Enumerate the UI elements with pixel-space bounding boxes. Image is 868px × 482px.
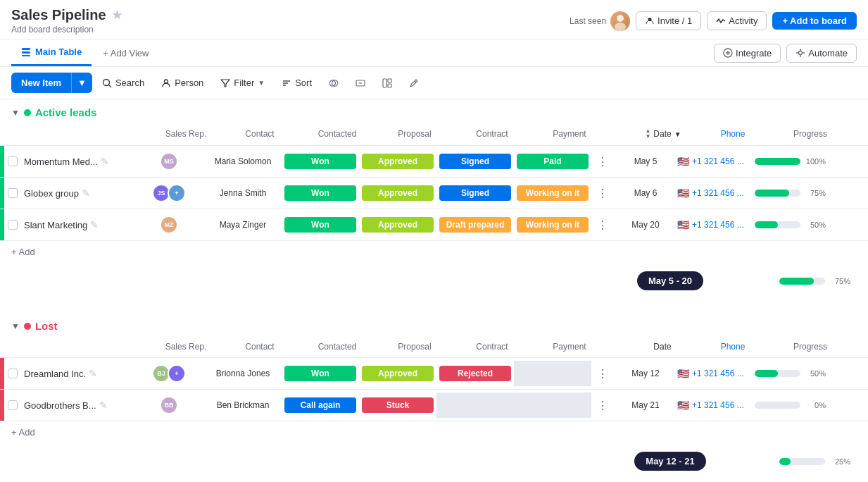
cell-contract-1[interactable]: Signed (436, 151, 514, 172)
group-active-chevron[interactable]: ▼ (11, 108, 20, 118)
filter-button[interactable]: Filter ▼ (213, 73, 272, 92)
date-dropdown-icon[interactable]: ▼ (674, 130, 681, 138)
row-checkbox-5[interactable] (4, 400, 21, 410)
cell-payment-1[interactable]: Paid (514, 151, 591, 172)
new-item-caret[interactable]: ▼ (71, 73, 92, 93)
col-headers-active: Sales Rep. Contact Contacted Proposal Co… (0, 123, 868, 146)
cell-phone-5[interactable]: 🇺🇸 +1 321 456 ... (677, 400, 755, 411)
group-lost-chevron[interactable]: ▼ (11, 321, 20, 331)
star-icon[interactable]: ★ (112, 8, 122, 22)
cell-proposal-4[interactable]: Approved (359, 363, 436, 384)
cell-progress-1: 100% (755, 157, 832, 166)
cell-contacted-2[interactable]: Won (282, 183, 359, 204)
filter-caret[interactable]: ▼ (258, 79, 265, 87)
checkbox-4[interactable] (8, 369, 18, 378)
cell-dots-4[interactable]: ⋮ (591, 367, 614, 381)
add-view-label: + Add View (103, 48, 149, 58)
cell-dots-1[interactable]: ⋮ (591, 155, 614, 168)
comment-icon-4[interactable]: ✎ (89, 368, 97, 379)
cell-proposal-2[interactable]: Approved (359, 183, 436, 204)
row-checkbox-3[interactable] (4, 220, 21, 230)
cell-proposal-3[interactable]: Approved (359, 214, 436, 235)
comment-icon-5[interactable]: ✎ (99, 400, 108, 411)
avatar-4b: + (168, 364, 186, 383)
phone-value-3[interactable]: +1 321 456 ... (692, 220, 744, 230)
header-actions: Last seen Invite / 1 Activity + Add to b… (570, 11, 857, 31)
cell-progress-2: 75% (755, 189, 832, 197)
contact-name-1: Maria Solomon (215, 156, 272, 166)
person-button[interactable]: Person (154, 73, 210, 92)
add-row-lost[interactable]: + Add (0, 421, 868, 443)
tab-main-table[interactable]: Main Table (11, 39, 92, 66)
cell-payment-2[interactable]: Working on it (514, 183, 591, 204)
comment-icon-3[interactable]: ✎ (90, 219, 99, 230)
contact-name-3: Maya Zinger (220, 220, 267, 230)
new-item-button[interactable]: New Item ▼ (11, 73, 92, 93)
sort-label: Sort (295, 78, 312, 88)
summary-bar-wrap-active (779, 278, 825, 285)
edit-icon (409, 78, 419, 88)
progress-bar-fill-1 (755, 158, 800, 165)
add-row-active[interactable]: + Add (0, 241, 868, 263)
group-active-header[interactable]: ▼ Active leads (0, 99, 868, 123)
phone-value-4[interactable]: +1 321 456 ... (692, 369, 744, 378)
tool-btn-4[interactable] (402, 74, 426, 92)
activity-button[interactable]: Activity (707, 11, 767, 30)
tool-btn-3[interactable] (375, 74, 399, 92)
cell-contract-2[interactable]: Signed (436, 183, 514, 204)
cell-contacted-1[interactable]: Won (282, 151, 359, 172)
cell-payment-3[interactable]: Working on it (514, 214, 591, 235)
table-icon (21, 47, 31, 57)
checkbox-1[interactable] (8, 156, 18, 166)
cell-dots-3[interactable]: ⋮ (591, 218, 614, 232)
cell-dots-2[interactable]: ⋮ (591, 187, 614, 200)
cell-phone-3[interactable]: 🇺🇸 +1 321 456 ... (677, 219, 755, 230)
sort-button[interactable]: Sort (275, 73, 319, 92)
group-lost: ▼ Lost Sales Rep. Contact Contacted Prop… (0, 313, 868, 476)
cell-phone-2[interactable]: 🇺🇸 +1 321 456 ... (677, 187, 755, 199)
phone-value-1[interactable]: +1 321 456 ... (692, 156, 744, 166)
automate-button[interactable]: Automate (786, 44, 857, 63)
invite-button[interactable]: Invite / 1 (636, 11, 701, 30)
tool-btn-1[interactable] (322, 74, 346, 92)
comment-icon-2[interactable]: ✎ (82, 187, 90, 199)
progress-bar-fill-2 (755, 190, 789, 197)
row-name-5: Goodbrothers B... ✎ (21, 400, 134, 411)
search-button[interactable]: Search (95, 73, 151, 92)
col-header-contract: Contract (453, 126, 531, 142)
checkbox-2[interactable] (8, 188, 18, 198)
cell-dots-5[interactable]: ⋮ (591, 399, 614, 412)
row-checkbox-4[interactable] (4, 369, 21, 378)
cell-phone-4[interactable]: 🇺🇸 +1 321 456 ... (677, 368, 755, 379)
row-checkbox-2[interactable] (4, 188, 21, 198)
cell-contacted-5[interactable]: Call again (282, 395, 359, 416)
comment-icon-1[interactable]: ✎ (101, 156, 109, 167)
svg-point-8 (103, 79, 109, 85)
cell-proposal-1[interactable]: Approved (359, 151, 436, 172)
phone-value-5[interactable]: +1 321 456 ... (692, 400, 744, 410)
cell-contacted-3[interactable]: Won (282, 214, 359, 235)
progress-pct-3: 50% (805, 221, 826, 229)
add-view-button[interactable]: + Add View (94, 42, 157, 64)
col-header-date[interactable]: ▲ ▼ Date ▼ (631, 123, 694, 145)
cell-contract-3[interactable]: Draft prepared (436, 214, 514, 235)
row-checkbox-1[interactable] (4, 156, 21, 166)
board-description[interactable]: Add board description (11, 25, 122, 35)
tool-btn-2[interactable] (348, 74, 372, 92)
integrate-button[interactable]: Integrate (714, 44, 781, 63)
phone-value-2[interactable]: +1 321 456 ... (692, 188, 744, 198)
checkbox-3[interactable] (8, 220, 18, 230)
cell-phone-1[interactable]: 🇺🇸 +1 321 456 ... (677, 156, 755, 167)
svg-rect-17 (383, 79, 386, 87)
group-lost-header[interactable]: ▼ Lost (0, 313, 868, 336)
add-to-board-button[interactable]: + Add to board (772, 12, 857, 30)
cell-proposal-5[interactable]: Stuck (359, 395, 436, 416)
svg-rect-18 (388, 79, 391, 82)
cell-contacted-4[interactable]: Won (282, 363, 359, 384)
summary-progress-active: 75% (779, 277, 857, 285)
cell-contract-4[interactable]: Rejected (436, 363, 514, 384)
date-sort-arrows[interactable]: ▲ ▼ (643, 128, 652, 140)
col-header-payment-lost: Payment (531, 339, 608, 354)
checkbox-5[interactable] (8, 400, 18, 410)
sort-icon (282, 78, 291, 88)
